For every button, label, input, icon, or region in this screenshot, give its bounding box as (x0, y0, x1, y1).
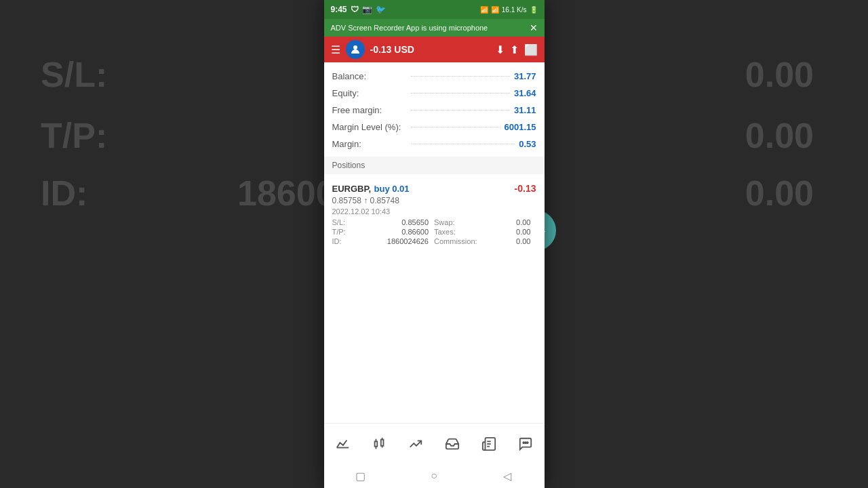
app-header: ☰ -0.13 USD ⬇ ⬆ ⬜ (324, 37, 545, 62)
android-home-btn[interactable]: ○ (427, 469, 441, 483)
swap-detail: Swap: 0.00 (434, 218, 536, 226)
tp-label: T/P: (332, 228, 346, 236)
sl-label: S/L: (332, 218, 346, 226)
commission-detail: Commission: 0.00 (434, 237, 536, 245)
free-margin-dots (411, 110, 510, 110)
price-open: 0.85758 (332, 196, 361, 205)
position-prices: 0.85758 ↑ 0.85748 (332, 196, 536, 205)
android-nav-bar: ▢ ○ ◁ (324, 464, 545, 488)
equity-row: Equity: 31.64 (332, 85, 536, 102)
sl-value: 0.85650 (401, 218, 429, 226)
bg-sl-label: S/L: (41, 54, 107, 95)
equity-value: 31.64 (514, 88, 536, 98)
speed-indicator: 16.1 K/s (502, 6, 527, 14)
status-time: 9:45 (331, 5, 347, 14)
bg-sl-value: 0.00 (745, 54, 814, 95)
android-back-btn[interactable]: ◁ (500, 469, 514, 483)
svg-point-13 (527, 442, 528, 443)
position-symbol: EURGBP, (332, 184, 372, 194)
swap-label: Swap: (434, 218, 455, 226)
margin-level-label: Margin Level (%): (332, 122, 407, 132)
twitter-icon: 🐦 (376, 5, 386, 14)
balance-row: Balance: 31.77 (332, 68, 536, 85)
status-right: 📶 📶 16.1 K/s 🔋 (480, 6, 538, 14)
bottom-nav (324, 423, 545, 464)
header-balance: -0.13 USD (370, 44, 490, 55)
free-margin-row: Free margin: 31.11 (332, 102, 536, 119)
equity-label: Equity: (332, 88, 407, 98)
svg-point-11 (524, 442, 525, 443)
svg-point-12 (525, 442, 526, 443)
bg-id-value2: 0.00 (745, 173, 814, 214)
bg-id-value: 18600 (237, 173, 336, 214)
balance-value: 31.77 (514, 71, 536, 81)
status-bar: 9:45 🛡 📷 🐦 📶 📶 16.1 K/s 🔋 (324, 0, 545, 19)
margin-label: Margin: (332, 139, 407, 149)
taxes-value: 0.00 (516, 228, 530, 236)
margin-level-value: 6001.15 (505, 122, 536, 132)
equity-dots (411, 93, 510, 94)
balance-dots (411, 76, 510, 77)
notification-close[interactable]: ✕ (530, 22, 538, 33)
id-label: ID: (332, 237, 342, 245)
sl-detail: S/L: 0.85650 (332, 218, 435, 226)
commission-value: 0.00 (516, 237, 530, 245)
margin-level-dots (411, 127, 500, 127)
svg-rect-2 (374, 441, 377, 446)
margin-row: Margin: 0.53 (332, 136, 536, 152)
free-margin-label: Free margin: (332, 105, 407, 115)
battery-icon: 🔋 (530, 6, 538, 14)
svg-rect-3 (380, 439, 383, 445)
menu-icon[interactable]: ☰ (331, 43, 340, 56)
bg-tp-value: 0.00 (745, 115, 814, 156)
header-icons: ⬇ ⬆ ⬜ (496, 43, 538, 56)
bg-id-label: ID: (41, 173, 87, 214)
position-pnl: -0.13 (515, 183, 536, 194)
nav-inbox-icon[interactable] (445, 436, 460, 451)
phone-panel: 9:45 🛡 📷 🐦 📶 📶 16.1 K/s 🔋 ADV Screen Rec… (324, 0, 545, 488)
download-icon[interactable]: ⬇ (496, 43, 505, 56)
wifi-icon: 📶 (480, 6, 488, 14)
nav-chart-icon[interactable] (335, 436, 350, 451)
nav-chat-icon[interactable] (518, 436, 533, 451)
margin-value: 0.53 (519, 139, 536, 149)
position-symbol-action: EURGBP, buy 0.01 (332, 182, 410, 195)
tp-value: 0.86600 (401, 228, 429, 236)
nav-news-icon[interactable] (481, 436, 496, 451)
id-detail: ID: 1860024626 (332, 237, 435, 245)
nav-trending-icon[interactable] (408, 436, 423, 451)
balance-label: Balance: (332, 71, 407, 81)
margin-level-row: Margin Level (%): 6001.15 (332, 119, 536, 136)
main-content: Balance: 31.77 Equity: 31.64 Free margin… (324, 62, 545, 423)
id-value: 1860024626 (387, 237, 429, 245)
commission-label: Commission: (434, 237, 477, 245)
upload-icon[interactable]: ⬆ (510, 43, 519, 56)
free-margin-value: 31.11 (514, 105, 536, 115)
camera-icon: 📷 (362, 5, 372, 14)
taxes-label: Taxes: (434, 228, 456, 236)
status-left: 9:45 🛡 📷 🐦 (331, 5, 386, 14)
user-avatar[interactable] (346, 40, 365, 59)
signal-icon: 📶 (491, 6, 499, 14)
share-icon[interactable]: ⬜ (524, 43, 538, 56)
position-item[interactable]: EURGBP, buy 0.01 -0.13 0.85758 ↑ 0.85748… (332, 178, 536, 249)
taxes-detail: Taxes: 0.00 (434, 228, 536, 236)
bg-tp-label: T/P: (41, 115, 107, 156)
shield-icon: 🛡 (351, 5, 359, 14)
swap-value: 0.00 (516, 218, 530, 226)
position-top-row: EURGBP, buy 0.01 -0.13 (332, 182, 536, 195)
price-current: 0.85748 (370, 196, 399, 205)
nav-candles-icon[interactable] (372, 436, 387, 451)
position-date: 2022.12.02 10:43 (332, 207, 536, 216)
price-arrow: ↑ (363, 196, 368, 205)
tp-detail: T/P: 0.86600 (332, 228, 435, 236)
position-details: S/L: 0.85650 Swap: 0.00 T/P: 0.86600 Tax… (332, 218, 536, 245)
svg-point-0 (353, 45, 357, 49)
margin-dots (411, 144, 515, 144)
android-square-btn[interactable]: ▢ (354, 469, 368, 483)
position-action: buy 0.01 (374, 184, 410, 194)
positions-header: Positions (324, 157, 545, 174)
notification-bar: ADV Screen Recorder App is using microph… (324, 19, 545, 37)
notification-text: ADV Screen Recorder App is using microph… (331, 24, 488, 32)
